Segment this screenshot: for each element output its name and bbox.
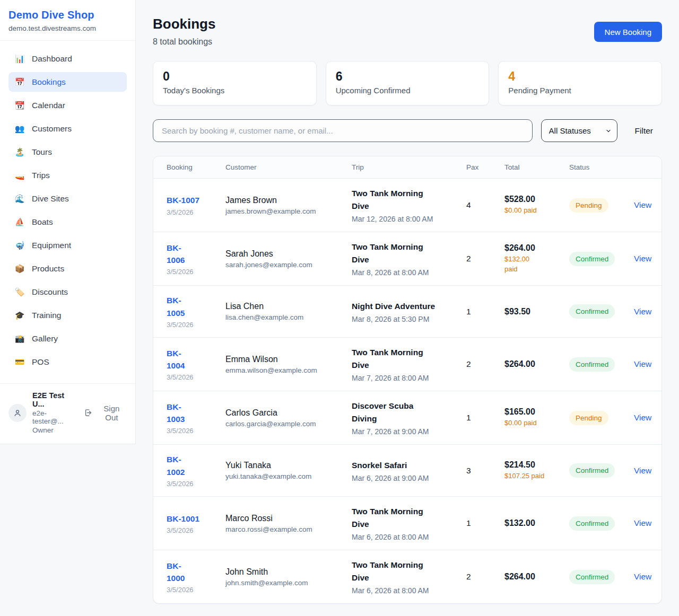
view-link[interactable]: View xyxy=(634,572,651,581)
sidebar-item-label: Dashboard xyxy=(32,54,72,64)
bookings-table: Booking Customer Trip Pax Total Status B… xyxy=(153,156,662,604)
view-link[interactable]: View xyxy=(634,359,651,368)
user-name: E2E Test U... xyxy=(32,391,78,408)
customer-email: yuki.tanaka@example.com xyxy=(225,472,352,480)
sidebar-item-gallery[interactable]: 📸 Gallery xyxy=(8,329,127,348)
sidebar-item-calendar[interactable]: 📆 Calendar xyxy=(8,95,127,115)
booking-cell: BK-1007 3/5/2026 xyxy=(167,194,225,216)
trip-datetime: Mar 8, 2026 at 5:30 PM xyxy=(352,315,466,323)
sidebar-item-dive-sites[interactable]: 🌊 Dive Sites xyxy=(8,189,127,208)
customer-cell: Sarah Jones sarah.jones@example.com xyxy=(225,249,352,269)
sidebar-item-discounts[interactable]: 🏷️ Discounts xyxy=(8,282,127,302)
trip-datetime: Mar 6, 2026 at 8:00 AM xyxy=(352,586,466,595)
user-box: E2E Test U... e2e-tester@... Owner Sign … xyxy=(0,383,135,444)
stat-card-todays-bookings: 0 Today's Bookings xyxy=(153,61,317,105)
total-amount: $132.00 xyxy=(504,518,569,528)
status-select-wrap: All Statuses xyxy=(541,119,617,142)
customer-email: carlos.garcia@example.com xyxy=(225,420,352,428)
trip-datetime: Mar 12, 2026 at 8:00 AM xyxy=(352,215,466,223)
discounts-icon: 🏷️ xyxy=(14,287,25,297)
table-row: BK- 1000 3/5/2026 John Smith john.smith@… xyxy=(153,550,661,603)
page-header: Bookings 8 total bookings New Booking xyxy=(153,16,662,47)
column-header-trip: Trip xyxy=(352,163,466,171)
sidebar-item-customers[interactable]: 👥 Customers xyxy=(8,119,127,138)
avatar xyxy=(8,404,27,422)
view-link[interactable]: View xyxy=(634,200,651,209)
customer-email: john.smith@example.com xyxy=(225,579,352,587)
booking-date: 3/5/2026 xyxy=(167,480,225,488)
sidebar-item-tours[interactable]: 🏝️ Tours xyxy=(8,142,127,162)
customer-email: sarah.jones@example.com xyxy=(225,261,352,269)
booking-id-link[interactable]: BK- 1004 xyxy=(167,347,225,372)
sidebar-item-dashboard[interactable]: 📊 Dashboard xyxy=(8,49,127,68)
trip-name: Two Tank Morning Dive xyxy=(352,346,466,372)
trip-cell: Snorkel Safari Mar 6, 2026 at 9:00 AM xyxy=(352,459,466,482)
filter-bar: All Statuses Filter xyxy=(153,119,662,142)
trip-cell: Two Tank Morning Dive Mar 7, 2026 at 8:0… xyxy=(352,346,466,382)
trip-name: Night Dive Adventure xyxy=(352,300,466,313)
status-badge: Confirmed xyxy=(569,570,615,584)
sidebar-item-products[interactable]: 📦 Products xyxy=(8,259,127,278)
stat-label: Upcoming Confirmed xyxy=(336,86,480,95)
booking-id-link[interactable]: BK-1001 xyxy=(167,513,225,525)
booking-id-link[interactable]: BK- 1005 xyxy=(167,294,225,319)
view-link[interactable]: View xyxy=(634,307,651,316)
total-cell: $132.00 xyxy=(504,518,569,528)
table-row: BK-1007 3/5/2026 James Brown james.brown… xyxy=(153,179,661,232)
bookings-icon: 📅 xyxy=(14,77,25,87)
booking-id-link[interactable]: BK- 1002 xyxy=(167,453,225,478)
total-amount: $264.00 xyxy=(504,243,569,253)
status-select[interactable]: All Statuses xyxy=(541,119,617,142)
trips-icon: 🚤 xyxy=(14,171,25,180)
sidebar-item-label: Equipment xyxy=(32,241,71,250)
view-link[interactable]: View xyxy=(634,466,651,475)
total-amount: $93.50 xyxy=(504,307,569,316)
sign-out-button[interactable]: Sign Out xyxy=(84,404,127,422)
training-icon: 🎓 xyxy=(14,311,25,320)
sidebar-item-trips[interactable]: 🚤 Trips xyxy=(8,165,127,185)
stats-cards: 0 Today's Bookings 6 Upcoming Confirmed … xyxy=(153,61,662,105)
user-role: Owner xyxy=(32,426,78,434)
sidebar-item-boats[interactable]: ⛵ Boats xyxy=(8,212,127,232)
table-header-row: Booking Customer Trip Pax Total Status xyxy=(153,156,661,179)
total-cell: $214.50 $107.25 paid xyxy=(504,460,569,481)
booking-cell: BK- 1004 3/5/2026 xyxy=(167,347,225,382)
new-booking-button[interactable]: New Booking xyxy=(594,22,662,42)
status-cell: Confirmed xyxy=(569,516,634,531)
trip-name: Two Tank Morning Dive xyxy=(352,559,466,584)
trip-cell: Discover Scuba Diving Mar 7, 2026 at 9:0… xyxy=(352,400,466,436)
shop-name: Demo Dive Shop xyxy=(8,9,127,21)
view-link[interactable]: View xyxy=(634,254,651,263)
pax-count: 4 xyxy=(466,200,504,210)
sidebar-item-training[interactable]: 🎓 Training xyxy=(8,305,127,325)
booking-id-link[interactable]: BK-1007 xyxy=(167,194,225,206)
stat-value: 4 xyxy=(508,69,652,84)
view-link[interactable]: View xyxy=(634,518,651,527)
view-link[interactable]: View xyxy=(634,413,651,422)
booking-id-link[interactable]: BK- 1006 xyxy=(167,242,225,267)
search-input[interactable] xyxy=(153,119,533,142)
booking-id-link[interactable]: BK- 1000 xyxy=(167,560,225,585)
total-amount: $264.00 xyxy=(504,359,569,369)
status-cell: Confirmed xyxy=(569,304,634,319)
status-cell: Confirmed xyxy=(569,252,634,266)
pax-count: 1 xyxy=(466,307,504,316)
sidebar-item-equipment[interactable]: 🤿 Equipment xyxy=(8,235,127,255)
pos-icon: 💳 xyxy=(14,357,25,367)
filter-button[interactable]: Filter xyxy=(635,126,653,136)
customer-name: Marco Rossi xyxy=(225,514,352,523)
table-row: BK- 1002 3/5/2026 Yuki Tanaka yuki.tanak… xyxy=(153,445,661,497)
booking-id-link[interactable]: BK- 1003 xyxy=(167,401,225,426)
sidebar-item-bookings[interactable]: 📅 Bookings xyxy=(8,72,127,92)
total-amount: $264.00 xyxy=(504,572,569,582)
total-cell: $264.00 xyxy=(504,359,569,369)
column-header-customer: Customer xyxy=(225,163,352,171)
table-body: BK-1007 3/5/2026 James Brown james.brown… xyxy=(153,179,661,603)
equipment-icon: 🤿 xyxy=(14,241,25,250)
trip-datetime: Mar 8, 2026 at 8:00 AM xyxy=(352,268,466,277)
booking-date: 3/5/2026 xyxy=(167,321,225,329)
total-cell: $165.00 $0.00 paid xyxy=(504,407,569,428)
sidebar-item-pos[interactable]: 💳 POS xyxy=(8,352,127,372)
booking-cell: BK- 1003 3/5/2026 xyxy=(167,401,225,435)
sidebar-item-label: POS xyxy=(32,357,49,367)
